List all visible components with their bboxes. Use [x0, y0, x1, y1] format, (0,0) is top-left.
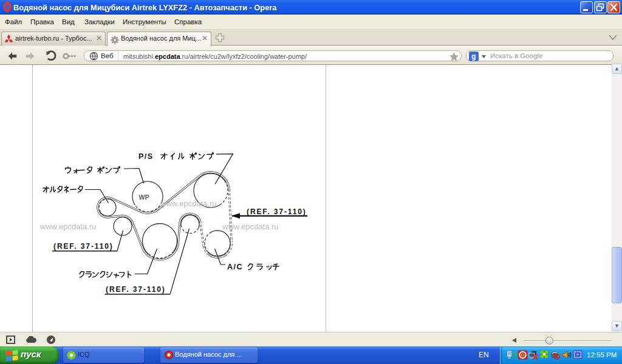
- svg-text:A/C: A/C: [227, 263, 243, 271]
- svg-text:www.epcdata.ru: www.epcdata.ru: [160, 199, 217, 208]
- svg-text:(REF. 37-110): (REF. 37-110): [247, 207, 307, 216]
- svg-text:(REF. 37-110): (REF. 37-110): [106, 285, 166, 294]
- svg-text:www.epcdata.ru: www.epcdata.ru: [222, 222, 279, 231]
- svg-text:P/S: P/S: [138, 152, 154, 161]
- svg-text:www.epcdata.ru: www.epcdata.ru: [39, 222, 97, 231]
- svg-text:(REF. 37-110): (REF. 37-110): [53, 242, 114, 251]
- svg-text:WP: WP: [139, 194, 149, 201]
